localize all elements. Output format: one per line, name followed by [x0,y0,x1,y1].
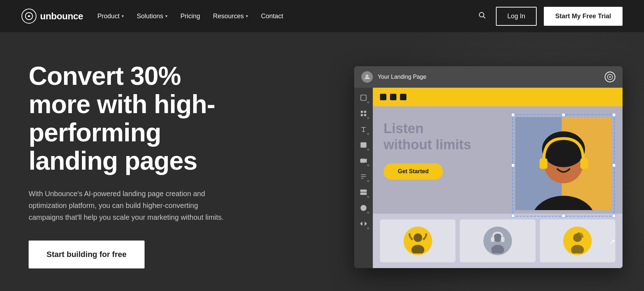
canvas-text-section: Listen without limits Get Started [384,117,508,214]
trial-button[interactable]: Start My Free Trial [544,7,623,26]
nav-link-resources[interactable]: Resources ▾ [213,13,248,20]
tool-dot [367,227,369,229]
person-image [515,117,612,210]
nav-item-contact[interactable]: Contact [261,13,283,20]
svg-rect-12 [361,159,365,163]
cta-button[interactable]: Start building for free [29,241,145,268]
svg-rect-9 [364,114,366,116]
svg-point-1 [479,13,484,17]
chevron-down-icon: ▾ [122,14,124,19]
editor-logo-icon [605,72,615,82]
selection-handle-lm[interactable] [511,164,515,167]
card-item-3 [540,219,615,262]
editor-sidebar [354,88,373,268]
selection-handle-tl[interactable] [511,113,515,117]
editor-titlebar-left: Your Landing Page [361,71,426,83]
svg-rect-31 [501,237,504,242]
dot-shape-1 [380,94,386,100]
tool-text[interactable] [356,122,371,136]
editor-preview: Your Landing Page [250,63,623,268]
nav-item-resources[interactable]: Resources ▾ [213,13,248,20]
tool-dot [367,164,369,166]
tool-layout[interactable] [356,91,371,105]
selection-handle-tr[interactable] [612,113,616,117]
chevron-down-icon: ▾ [165,14,167,19]
canvas-headline: Listen without limits [384,121,508,153]
card-item-2 [460,219,535,262]
svg-point-33 [573,233,582,242]
card-item-1 [380,219,455,262]
nav-link-pricing[interactable]: Pricing [180,13,200,20]
nav-links: Product ▾ Solutions ▾ Pricing Resources … [97,13,283,20]
svg-rect-13 [361,190,367,191]
svg-rect-5 [361,95,366,100]
logo-icon [21,9,36,24]
nav-item-pricing[interactable]: Pricing [180,13,200,20]
canvas-cta-button[interactable]: Get Started [384,163,443,180]
hero-description: With Unbounce's AI-powered landing page … [29,188,229,223]
svg-point-25 [414,233,422,242]
tool-video[interactable] [356,154,371,168]
nav-item-product[interactable]: Product ▾ [97,13,124,20]
tool-dot [367,212,369,214]
editor-titlebar: Your Landing Page [354,66,623,88]
chevron-down-icon: ▾ [246,14,248,19]
canvas-image-section [515,117,612,214]
selection-handle-tm[interactable] [562,113,565,117]
tool-dot [367,180,369,182]
login-button[interactable]: Log In [496,7,537,26]
dot-shape-3 [400,94,406,100]
tool-image[interactable] [356,138,371,152]
canvas-cards-section [373,214,623,268]
hero-title: Convert 30% more with high-performing la… [29,62,229,175]
tool-section[interactable] [356,185,371,199]
tool-dot [367,101,369,103]
nav-right: Log In Start My Free Trial [475,7,623,26]
tool-media[interactable] [356,201,371,215]
tool-grid[interactable] [356,106,371,121]
search-button[interactable] [475,8,489,24]
avatar [361,71,373,83]
svg-line-2 [483,16,485,18]
svg-point-3 [366,74,369,77]
tool-dot [367,196,369,198]
editor-page-title: Your Landing Page [378,74,426,80]
card-avatar-3 [563,227,592,255]
svg-rect-14 [361,193,367,194]
tool-dot [367,133,369,135]
hero-section: Convert 30% more with high-performing la… [0,32,644,291]
tool-form[interactable] [356,169,371,184]
logo-text: unbounce [40,11,83,22]
logo[interactable]: unbounce [21,9,83,24]
person-illustration [515,117,612,210]
canvas-content: Listen without limits Get Started [373,106,623,214]
svg-rect-8 [361,114,363,116]
tool-dot [367,117,369,119]
tool-dot [367,149,369,151]
editor-window: Your Landing Page [354,66,623,268]
selection-handle-rm[interactable] [612,164,616,167]
svg-point-11 [362,143,363,144]
tool-code[interactable] [356,217,371,231]
editor-body: Listen without limits Get Started [354,88,623,268]
navbar: unbounce Product ▾ Solutions ▾ Pricing [0,0,644,32]
card-avatar-1 [404,227,432,255]
svg-rect-6 [361,111,363,113]
svg-rect-23 [580,158,588,169]
nav-left: unbounce Product ▾ Solutions ▾ Pricing [21,9,283,24]
svg-point-21 [542,131,585,167]
hero-content: Convert 30% more with high-performing la… [29,62,250,269]
nav-link-product[interactable]: Product ▾ [97,13,124,20]
dot-shape-2 [390,94,396,100]
search-icon [478,11,486,19]
svg-rect-22 [540,158,547,169]
nav-link-solutions[interactable]: Solutions ▾ [137,13,167,20]
nav-item-solutions[interactable]: Solutions ▾ [137,13,167,20]
svg-rect-30 [491,237,494,242]
editor-canvas: Listen without limits Get Started [373,88,623,268]
canvas-header-bar [373,88,623,106]
nav-link-contact[interactable]: Contact [261,13,283,20]
svg-rect-7 [364,111,366,113]
card-avatar-2 [483,227,512,255]
